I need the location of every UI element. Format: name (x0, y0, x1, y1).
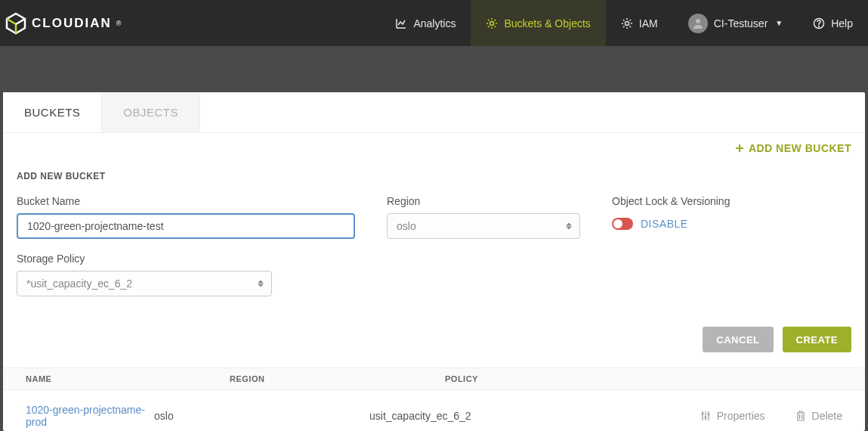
caret-down-icon: ▼ (775, 19, 783, 27)
svg-point-8 (707, 414, 709, 416)
nav-help[interactable]: Help (798, 0, 868, 46)
th-name: NAME (26, 374, 230, 383)
avatar-icon (688, 14, 708, 33)
nav-user-label: CI-Testuser (714, 17, 768, 29)
table-header: NAME REGION POLICY (3, 367, 865, 390)
nav: Analytics Buckets & Objects IAM CI-Testu… (380, 0, 868, 46)
bucket-name-link[interactable]: 1020-green-projectname-prod (26, 404, 154, 428)
topbar: CLOUDIAN ® Analytics Buckets & Objects I… (0, 0, 868, 46)
lock-label: Object Lock & Versioning (612, 195, 851, 207)
lock-toggle-label[interactable]: DISABLE (641, 218, 688, 230)
logo-text: CLOUDIAN (32, 16, 112, 31)
delete-label: Delete (812, 410, 842, 422)
add-new-bucket-label: ADD NEW BUCKET (749, 142, 851, 154)
region-label: Region (387, 195, 580, 207)
lock-group: Object Lock & Versioning DISABLE (612, 195, 851, 239)
lock-toggle-row: DISABLE (612, 218, 851, 230)
policy-value: *usit_capacity_ec_6_2 (26, 278, 132, 290)
select-arrows-icon (258, 281, 264, 287)
delete-button[interactable]: Delete (795, 410, 842, 422)
table-row: 1020-green-projectname-prod oslo usit_ca… (3, 390, 865, 431)
nav-buckets-label: Buckets & Objects (504, 17, 590, 29)
svg-point-2 (625, 21, 629, 25)
bucket-name-input[interactable] (17, 213, 355, 239)
bucket-name-group: Bucket Name (17, 195, 355, 239)
bucket-region: oslo (154, 410, 369, 422)
tabs: BUCKETS OBJECTS (3, 92, 865, 133)
logo-trademark: ® (116, 20, 122, 27)
nav-iam-label: IAM (639, 17, 658, 29)
gear-icon (621, 17, 633, 29)
add-new-bucket-link[interactable]: ADD NEW BUCKET (735, 142, 851, 154)
nav-help-label: Help (831, 17, 853, 29)
policy-select[interactable]: *usit_capacity_ec_6_2 (17, 271, 272, 296)
nav-user-menu[interactable]: CI-Testuser ▼ (673, 0, 798, 46)
properties-label: Properties (717, 410, 765, 422)
header-spacer (0, 46, 868, 92)
region-select[interactable]: oslo (387, 213, 580, 239)
svg-point-7 (704, 417, 706, 419)
gear-icon (486, 17, 498, 29)
form-title: ADD NEW BUCKET (17, 171, 851, 181)
policy-label: Storage Policy (17, 253, 272, 265)
svg-point-1 (490, 21, 494, 25)
trash-icon (795, 411, 806, 421)
chart-icon (395, 17, 407, 29)
th-region: REGION (230, 374, 445, 383)
lock-toggle[interactable] (612, 218, 633, 230)
region-value: oslo (397, 220, 416, 232)
policy-group: Storage Policy *usit_capacity_ec_6_2 (17, 253, 272, 296)
logo[interactable]: CLOUDIAN ® (3, 12, 121, 35)
bucket-table: NAME REGION POLICY 1020-green-projectnam… (3, 367, 865, 431)
form-row-2: Storage Policy *usit_capacity_ec_6_2 (17, 253, 851, 296)
plus-icon (735, 144, 744, 153)
logo-icon (5, 12, 27, 35)
nav-analytics[interactable]: Analytics (380, 0, 471, 46)
button-row: CANCEL CREATE (3, 319, 865, 364)
tab-objects[interactable]: OBJECTS (102, 92, 200, 132)
nav-analytics-label: Analytics (413, 17, 456, 29)
sliders-icon (700, 411, 711, 421)
main-panel: BUCKETS OBJECTS ADD NEW BUCKET ADD NEW B… (3, 92, 865, 431)
cancel-button[interactable]: CANCEL (703, 327, 773, 352)
create-button[interactable]: CREATE (783, 327, 851, 352)
form-area: ADD NEW BUCKET Bucket Name Region oslo O… (3, 133, 865, 319)
tab-buckets[interactable]: BUCKETS (3, 92, 102, 132)
nav-buckets-objects[interactable]: Buckets & Objects (471, 0, 605, 46)
region-group: Region oslo (387, 195, 580, 239)
svg-point-6 (701, 413, 703, 415)
select-arrows-icon (566, 223, 572, 230)
svg-point-3 (696, 19, 700, 23)
form-row-1: Bucket Name Region oslo Object Lock & Ve… (17, 195, 851, 239)
nav-iam[interactable]: IAM (606, 0, 673, 46)
svg-point-5 (818, 26, 820, 27)
bucket-name-label: Bucket Name (17, 195, 355, 207)
help-icon (813, 17, 825, 29)
properties-button[interactable]: Properties (700, 410, 765, 422)
row-actions: Properties Delete (566, 410, 842, 422)
th-policy: POLICY (445, 374, 641, 383)
bucket-policy: usit_capacity_ec_6_2 (369, 410, 566, 422)
